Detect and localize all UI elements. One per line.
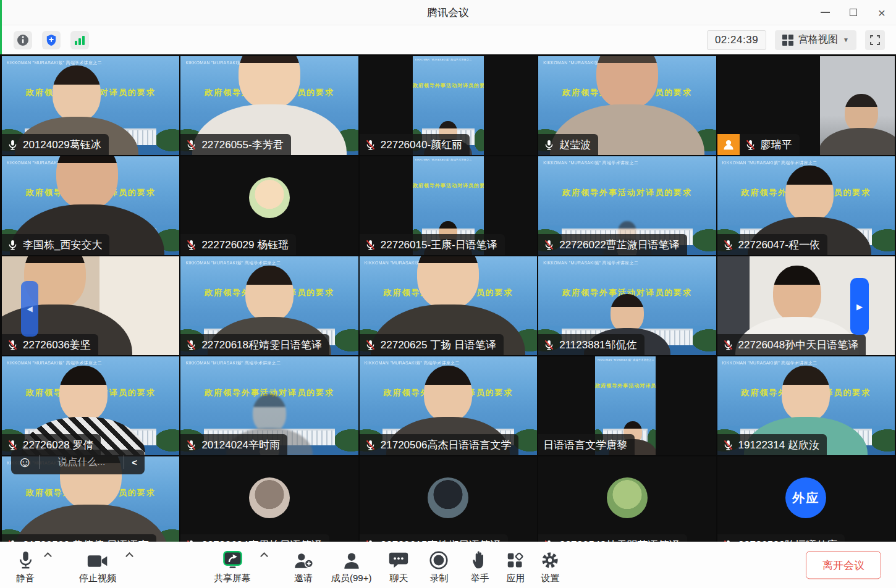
participant-tile[interactable]: KIKKOMAN "MURASAKI紫" 高端学术讲座之二政府领导外事活动对译员… xyxy=(717,356,895,455)
fullscreen-icon xyxy=(869,35,881,46)
fullscreen-button[interactable] xyxy=(865,30,885,50)
participant-tile[interactable]: KIKKOMAN "MURASAKI紫" 高端学术讲座之二政府领导外事活动对译员… xyxy=(538,156,716,255)
prev-page-button[interactable]: ◀ xyxy=(21,281,38,337)
participant-tile[interactable]: KIKKOMAN "MURASAKI紫" 高端学术讲座之二政府领导外事活动对译员… xyxy=(2,56,179,155)
virtual-bg-slogan: 政府领导外事活动对译员的要求 xyxy=(595,382,656,389)
settings-button[interactable]: 设置 xyxy=(541,546,559,584)
participant-tile[interactable]: KIKKOMAN "MURASAKI紫" 高端学术讲座之二政府领导外事活动对译员… xyxy=(360,156,537,255)
participant-name: 20124024辛时雨 xyxy=(201,438,280,452)
participant-tile[interactable]: KIKKOMAN "MURASAKI紫" 高端学术讲座之二政府领导外事活动对译员… xyxy=(2,356,179,455)
close-button[interactable]: × xyxy=(868,0,896,25)
grid-view-icon xyxy=(782,35,793,46)
participant-tile[interactable]: KIKKOMAN "MURASAKI紫" 高端学术讲座之二政府领导外事活动对译员… xyxy=(180,256,358,355)
participant-tile[interactable]: KIKKOMAN "MURASAKI紫" 高端学术讲座之二政府领导外事活动对译员… xyxy=(180,56,358,155)
name-tag: 赵莹波 xyxy=(538,134,598,155)
prev-page-icon: ◀ xyxy=(27,304,32,313)
participant-tile[interactable]: KIKKOMAN "MURASAKI紫" 高端学术讲座之二政府领导外事活动对译员… xyxy=(538,356,716,455)
mic-muted-icon xyxy=(365,339,376,351)
record-label: 录制 xyxy=(429,573,448,584)
emoji-icon[interactable]: ☺ xyxy=(17,455,33,469)
hand-icon xyxy=(471,548,488,569)
video-button[interactable]: 停止视频 xyxy=(79,546,116,584)
window-controls: × xyxy=(811,0,896,25)
name-tag: 22720618程靖雯日语笔译 xyxy=(180,334,329,355)
guest-badge xyxy=(717,134,740,155)
title-bar: 腾讯会议 × xyxy=(0,0,896,25)
quick-chat-bar[interactable]: ☺ 说点什么... < xyxy=(11,450,145,474)
chat-button[interactable]: 聊天 xyxy=(389,546,408,584)
participant-tile[interactable]: 廖瑞平 xyxy=(717,56,895,155)
avatar xyxy=(249,477,290,518)
view-mode-selector[interactable]: 宫格视图 ▼ xyxy=(775,30,856,50)
virtual-bg-watermark: KIKKOMAN "MURASAKI紫" 高端学术讲座之二 xyxy=(415,58,472,61)
mic-muted-icon xyxy=(543,339,555,351)
participant-tile[interactable]: KIKKOMAN "MURASAKI紫" 高端学术讲座之二政府领导外事活动对译员… xyxy=(538,56,716,155)
video-grid-area: KIKKOMAN "MURASAKI紫" 高端学术讲座之二政府领导外事活动对译员… xyxy=(0,54,896,542)
person-icon xyxy=(722,138,735,151)
next-page-button[interactable]: ▶ xyxy=(850,278,869,335)
window-edge-highlight xyxy=(0,0,2,54)
avatar xyxy=(249,177,290,218)
apps-button[interactable]: 应用 xyxy=(506,546,525,584)
participant-tile[interactable]: 外应 22720539陈恒曦外应 xyxy=(717,456,895,542)
participant-tile[interactable]: 22720548杜天明英语笔译 xyxy=(538,456,716,542)
minimize-button[interactable] xyxy=(811,0,839,25)
share-button[interactable]: 共享屏幕 xyxy=(214,546,251,584)
participant-name: 22726015-王康-日语笔译 xyxy=(381,238,497,252)
record-button[interactable]: 录制 xyxy=(429,546,448,584)
participant-tile[interactable]: KIKKOMAN "MURASAKI紫" 高端学术讲座之二政府领导外事活动对译员… xyxy=(360,256,537,355)
participant-name: 22726055-李芳君 xyxy=(201,138,283,152)
virtual-bg-slogan: 政府领导外事活动对译员的要求 xyxy=(413,82,484,89)
participant-tile[interactable]: KIKKOMAN "MURASAKI紫" 高端学术讲座之二政府领导外事活动对译员… xyxy=(2,156,179,255)
security-button[interactable] xyxy=(42,31,61,49)
name-tag: 廖瑞平 xyxy=(717,134,800,155)
name-tag: 22720625 丁扬 日语笔译 xyxy=(360,334,504,355)
maximize-button[interactable] xyxy=(839,0,868,25)
name-tag: 22726036姜坚 xyxy=(2,334,98,355)
participant-tile[interactable]: KIKKOMAN "MURASAKI紫" 高端学术讲座之二政府领导外事活动对译员… xyxy=(180,356,358,455)
chevron-left-icon[interactable]: < xyxy=(130,457,138,468)
participant-name: 19122314 赵欣汝 xyxy=(738,438,819,452)
participant-name: 21720506高杰日语语言文学 xyxy=(381,438,512,452)
apps-label: 应用 xyxy=(506,573,525,584)
participant-tile[interactable]: 22720634李思怡日语笔译 xyxy=(180,456,358,542)
network-status-button[interactable] xyxy=(70,31,89,49)
meeting-toolbar-top: 02:24:39 宫格视图 ▼ xyxy=(0,25,896,54)
invite-button[interactable]: 邀请 xyxy=(293,546,314,584)
members-label: 成员(99+) xyxy=(331,573,371,584)
participant-name: 22726047-程一依 xyxy=(738,238,820,252)
participant-name: 廖瑞平 xyxy=(761,138,792,152)
name-tag: 22720539陈恒曦外应 xyxy=(717,534,845,542)
share-expand-chevron[interactable] xyxy=(260,552,268,560)
network-signal-icon xyxy=(74,35,86,46)
participant-tile[interactable]: KIKKOMAN "MURASAKI紫" 高端学术讲座之二政府领导外事活动对译员… xyxy=(538,256,716,355)
mic-muted-icon xyxy=(365,439,376,451)
name-tag: 22720615李姝娴日语笔译 xyxy=(360,534,509,542)
name-tag: 21720509 黄倩倩 日语语言 xyxy=(2,534,156,542)
meeting-timer: 02:24:39 xyxy=(707,30,766,50)
chevron-down-icon: ▼ xyxy=(843,36,849,43)
participant-name: 22720618程靖雯日语笔译 xyxy=(201,338,322,352)
mute-expand-chevron[interactable] xyxy=(44,552,52,560)
mute-button[interactable]: 静音 xyxy=(16,546,35,584)
name-tag: 22720548杜天明英语笔译 xyxy=(538,534,687,542)
hand-button[interactable]: 举手 xyxy=(470,546,489,584)
members-icon xyxy=(342,548,361,569)
mic-muted-icon xyxy=(745,139,756,151)
participant-tile[interactable]: 22720615李姝娴日语笔译 xyxy=(360,456,537,542)
leave-meeting-button[interactable]: 离开会议 xyxy=(806,551,881,579)
mic-on-icon xyxy=(7,239,19,251)
participant-tile[interactable]: 222726029 杨钰瑶 xyxy=(180,156,358,255)
video-expand-chevron[interactable] xyxy=(125,552,133,560)
name-tag: 21123881邹侃佐 xyxy=(538,334,644,355)
participant-tile[interactable]: KIKKOMAN "MURASAKI紫" 高端学术讲座之二政府领导外事活动对译员… xyxy=(717,156,895,255)
participant-name: 赵莹波 xyxy=(559,138,591,152)
participant-name: 22726022曹芷溦日语笔译 xyxy=(559,238,680,252)
participant-tile[interactable]: KIKKOMAN "MURASAKI紫" 高端学术讲座之二政府领导外事活动对译员… xyxy=(360,356,537,455)
close-icon: × xyxy=(878,6,885,19)
members-button[interactable]: 成员(99+) xyxy=(331,546,371,584)
participant-name: 22726048孙中天日语笔译 xyxy=(738,338,859,352)
chat-input-placeholder[interactable]: 说点什么... xyxy=(46,456,118,469)
meeting-info-button[interactable] xyxy=(14,31,32,49)
participant-tile[interactable]: KIKKOMAN "MURASAKI紫" 高端学术讲座之二政府领导外事活动对译员… xyxy=(360,56,537,155)
